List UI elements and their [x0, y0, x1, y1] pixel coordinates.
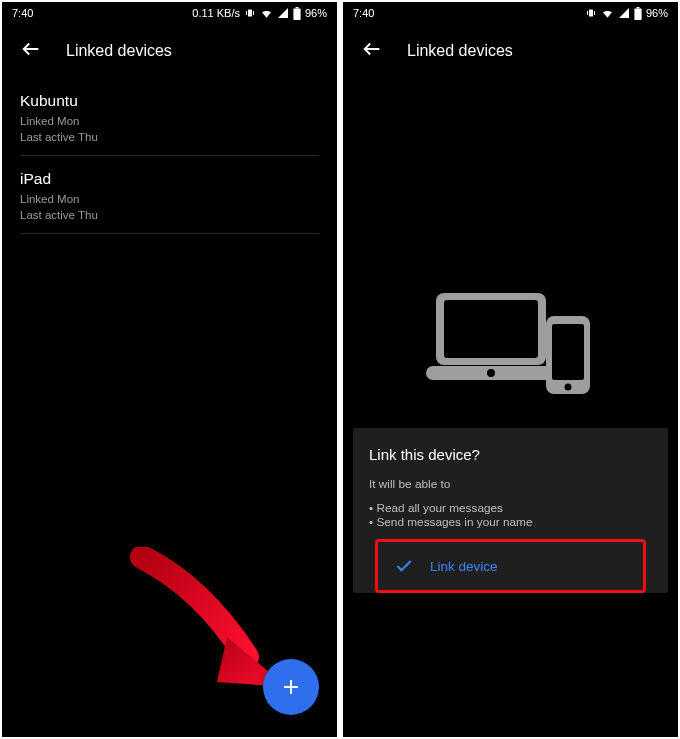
wifi-icon	[260, 7, 273, 20]
plus-icon	[279, 675, 303, 699]
svg-rect-11	[444, 300, 538, 358]
device-last-active: Last active Thu	[20, 130, 319, 146]
status-bar: 7:40 96%	[343, 2, 678, 24]
page-title: Linked devices	[66, 42, 172, 60]
svg-rect-3	[293, 8, 300, 20]
device-linked: Linked Mon	[20, 114, 319, 130]
svg-point-16	[564, 384, 571, 391]
laptop-phone-icon	[426, 288, 596, 398]
svg-point-13	[487, 369, 495, 377]
device-name: Kubuntu	[20, 92, 319, 110]
status-time: 7:40	[12, 7, 33, 19]
phone-right: 7:40 96% Linked devices Link this device…	[343, 2, 678, 737]
status-battery-pct: 96%	[305, 7, 327, 19]
svg-rect-5	[589, 10, 593, 17]
device-linked: Linked Mon	[20, 192, 319, 208]
back-arrow-icon	[20, 38, 42, 60]
wifi-icon	[601, 7, 614, 20]
svg-rect-6	[587, 11, 588, 15]
phone-left: 7:40 0.11 KB/s 96% Linked devices Kubunt…	[2, 2, 337, 737]
svg-rect-4	[296, 7, 299, 8]
link-device-button[interactable]: Link device	[378, 542, 643, 590]
back-arrow-icon	[361, 38, 383, 60]
svg-rect-9	[637, 7, 640, 8]
svg-rect-1	[246, 11, 247, 15]
device-last-active: Last active Thu	[20, 208, 319, 224]
page-title: Linked devices	[407, 42, 513, 60]
check-icon	[394, 556, 414, 576]
status-time: 7:40	[353, 7, 374, 19]
appbar: Linked devices	[2, 24, 337, 78]
vibrate-icon	[585, 7, 597, 19]
svg-rect-0	[248, 10, 252, 17]
svg-rect-15	[552, 324, 584, 380]
link-device-label: Link device	[430, 559, 498, 574]
permission-item: Read all your messages	[369, 501, 652, 515]
device-row[interactable]: iPad Linked Mon Last active Thu	[20, 156, 319, 234]
permission-item: Send messages in your name	[369, 515, 652, 529]
svg-rect-2	[253, 11, 254, 15]
card-intro: It will be able to	[369, 477, 652, 491]
permissions-list: Read all your messages Send messages in …	[369, 501, 652, 529]
vibrate-icon	[244, 7, 256, 19]
signal-icon	[277, 7, 289, 19]
svg-rect-8	[634, 8, 641, 20]
appbar: Linked devices	[343, 24, 678, 78]
annotation-highlight: Link device	[375, 539, 646, 593]
status-bar: 7:40 0.11 KB/s 96%	[2, 2, 337, 24]
card-title: Link this device?	[369, 446, 652, 463]
status-net: 0.11 KB/s	[192, 7, 240, 19]
device-name: iPad	[20, 170, 319, 188]
devices-illustration	[343, 288, 678, 398]
back-button[interactable]	[361, 38, 383, 64]
signal-icon	[618, 7, 630, 19]
battery-icon	[293, 7, 301, 20]
svg-rect-7	[594, 11, 595, 15]
device-list: Kubuntu Linked Mon Last active Thu iPad …	[2, 78, 337, 234]
status-battery-pct: 96%	[646, 7, 668, 19]
link-device-card: Link this device? It will be able to Rea…	[353, 428, 668, 593]
battery-icon	[634, 7, 642, 20]
add-device-fab[interactable]	[263, 659, 319, 715]
device-row[interactable]: Kubuntu Linked Mon Last active Thu	[20, 78, 319, 156]
back-button[interactable]	[20, 38, 42, 64]
